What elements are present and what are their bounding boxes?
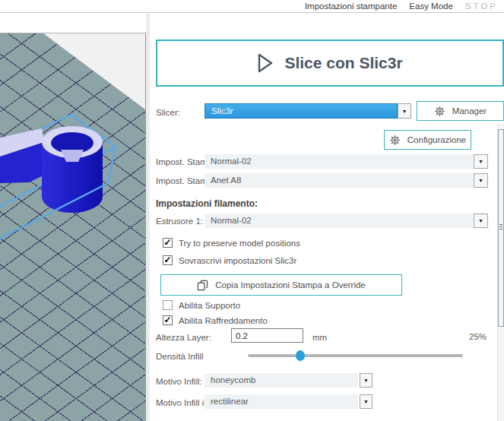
enable-support-checkbox[interactable] [163,300,173,310]
print-setting-select[interactable]: Normal-02 [204,154,473,169]
copy-print-settings-button[interactable]: Copia Impostazioni Stampa a Override [160,274,402,296]
printer-setting-arrow[interactable]: ▼ [474,173,488,188]
layer-height-input[interactable] [231,328,303,343]
infill-pattern-label: Motivo Infill: [156,377,202,386]
slice-button[interactable]: Slice con Slic3r [156,40,504,87]
check-icon: ✓ [163,316,171,324]
infill-density-label: Densità Infill [156,352,204,361]
check-icon: ✓ [163,256,171,264]
copy-print-settings-label: Copia Impostazioni Stampa a Override [215,280,366,290]
enable-cooling-checkbox[interactable]: ✓ [163,315,173,325]
infill-pattern-select[interactable]: honeycomb [204,373,358,388]
scene-overlay [0,33,145,421]
print-setting-arrow[interactable]: ▼ [474,154,488,169]
viewport-3d[interactable] [0,33,146,421]
preserve-positions-checkbox[interactable]: ✓ [163,238,173,248]
enable-cooling-label: Abilita Raffreddamento [179,316,268,325]
scrollbar-thumb[interactable] [498,129,504,327]
model-object[interactable] [0,126,103,213]
override-settings-label: Sovrascrivi impostazioni Slic3r [179,256,296,265]
enable-support-label: Abilita Supporto [179,301,240,310]
scrollbar-grip [499,224,502,231]
manager-button-label: Manager [452,106,487,116]
enable-cooling-row: ✓ Abilita Raffreddamento [163,315,268,325]
play-icon [257,53,274,73]
gear-icon [389,135,401,146]
extruder1-arrow[interactable]: ▼ [474,214,488,228]
manager-button[interactable]: Manager [417,101,504,121]
extruder1-select[interactable]: Normal-02 [204,214,473,228]
configuration-button-label: Configurazione [407,135,466,144]
enable-support-row: Abilita Supporto [163,300,240,310]
slicer-select-arrow[interactable]: ▼ [398,103,411,119]
copy-icon [197,280,208,291]
infill-density-slider[interactable] [248,354,463,357]
slicer-panel: Slice con Slic3r Slicer: Slic3r ▼ Manage… [150,14,504,421]
printer-settings-menu[interactable]: Impostazioni stampante [305,2,397,11]
printer-setting-select[interactable]: Anet A8 [204,173,473,188]
slicer-label: Slicer: [156,108,180,117]
preserve-positions-row: ✓ Try to preserve model positions [163,238,300,248]
shell-pattern-select[interactable]: rectilinear [204,394,358,409]
preserve-positions-label: Try to preserve model positions [179,239,300,248]
easy-mode-toggle[interactable]: Easy Mode [409,2,453,11]
chevron-down-icon: ▼ [478,178,483,183]
stop-button[interactable]: STOP [465,2,498,11]
infill-pattern-arrow[interactable]: ▼ [360,373,372,388]
filament-settings-header: Impostazioni filamento: [156,198,258,209]
slicer-select[interactable]: Slic3r [204,103,398,119]
shell-pattern-arrow[interactable]: ▼ [360,394,372,409]
chevron-down-icon: ▼ [402,109,407,114]
chevron-down-icon: ▼ [478,159,483,164]
layer-height-label: Altezza Layer: [156,333,211,342]
configuration-button[interactable]: Configurazione [384,130,471,150]
slice-button-label: Slice con Slic3r [284,54,402,72]
override-settings-row: ✓ Sovrascrivi impostazioni Slic3r [163,255,296,265]
infill-percent-value: 25% [469,332,487,341]
top-menubar: Impostazioni stampante Easy Mode STOP [0,0,504,13]
panel-scrollbar[interactable] [497,124,504,421]
slider-thumb[interactable] [296,350,305,361]
gear-icon [434,106,445,117]
check-icon: ✓ [163,239,171,246]
chevron-down-icon: ▼ [363,399,369,404]
override-settings-checkbox[interactable]: ✓ [163,255,173,265]
extruder1-label: Estrusore 1: [156,217,203,226]
layer-height-unit: mm [312,333,327,342]
chevron-down-icon: ▼ [478,218,483,223]
chevron-down-icon: ▼ [363,378,369,383]
